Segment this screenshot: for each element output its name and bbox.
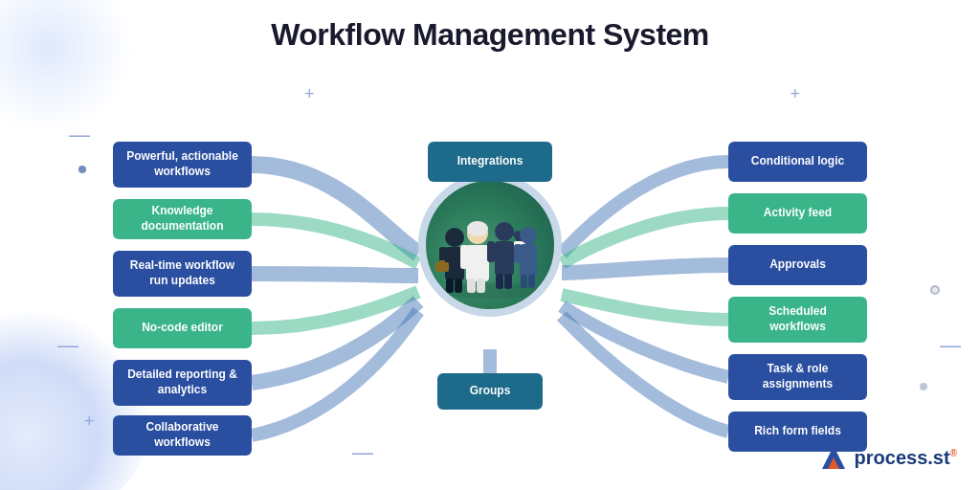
feature-groups[interactable]: Groups xyxy=(437,373,543,410)
feature-l3[interactable]: Real-time workflow run updates xyxy=(113,251,252,297)
plus-deco-2: + xyxy=(790,84,800,104)
svg-rect-26 xyxy=(527,244,535,263)
svg-rect-28 xyxy=(528,275,535,288)
svg-rect-8 xyxy=(455,278,462,293)
feature-r3[interactable]: Approvals xyxy=(728,245,867,285)
feature-l4[interactable]: No-code editor xyxy=(113,308,252,348)
page-title: Workflow Management System xyxy=(0,17,980,53)
svg-rect-25 xyxy=(514,244,522,263)
minus-deco-1: — xyxy=(69,122,88,147)
svg-rect-12 xyxy=(460,245,469,269)
svg-rect-20 xyxy=(496,274,503,289)
svg-rect-7 xyxy=(446,278,454,293)
feature-l6[interactable]: Collaborative workflows xyxy=(113,415,252,456)
dot-deco-3 xyxy=(920,383,927,390)
svg-point-1 xyxy=(445,228,464,247)
plus-deco-1: + xyxy=(304,84,315,104)
plus-deco-3: + xyxy=(84,412,95,432)
svg-rect-21 xyxy=(504,274,512,289)
feature-l1[interactable]: Powerful, actionable workflows xyxy=(113,142,252,188)
feature-r4[interactable]: Scheduled workflows xyxy=(728,297,867,343)
svg-rect-27 xyxy=(521,275,527,288)
minus-deco-4: — xyxy=(352,440,371,465)
feature-r2[interactable]: Activity feed xyxy=(728,193,867,234)
svg-point-10 xyxy=(467,221,488,236)
feature-r1[interactable]: Conditional logic xyxy=(728,142,867,182)
minus-deco-3: — xyxy=(940,333,959,358)
feature-l2[interactable]: Knowledge documentation xyxy=(113,199,252,239)
svg-point-23 xyxy=(520,227,537,244)
center-illustration xyxy=(418,173,562,317)
logo-text: process.st® xyxy=(855,447,957,469)
minus-deco-2: — xyxy=(57,333,77,358)
feature-r5[interactable]: Task & role assignments xyxy=(728,354,867,400)
svg-rect-19 xyxy=(487,241,495,262)
svg-rect-13 xyxy=(474,245,482,269)
dot-deco-2 xyxy=(930,285,940,295)
svg-rect-14 xyxy=(467,278,476,293)
logo-icon xyxy=(818,442,849,473)
svg-rect-6 xyxy=(439,260,445,264)
feature-integrations[interactable]: Integrations xyxy=(428,142,552,182)
svg-point-16 xyxy=(495,222,514,241)
svg-rect-15 xyxy=(477,278,485,293)
dot-deco-1 xyxy=(78,166,86,173)
feature-l5[interactable]: Detailed reporting & analytics xyxy=(113,360,252,406)
logo: process.st® xyxy=(818,442,957,473)
svg-rect-17 xyxy=(495,241,514,276)
svg-rect-4 xyxy=(453,247,460,268)
